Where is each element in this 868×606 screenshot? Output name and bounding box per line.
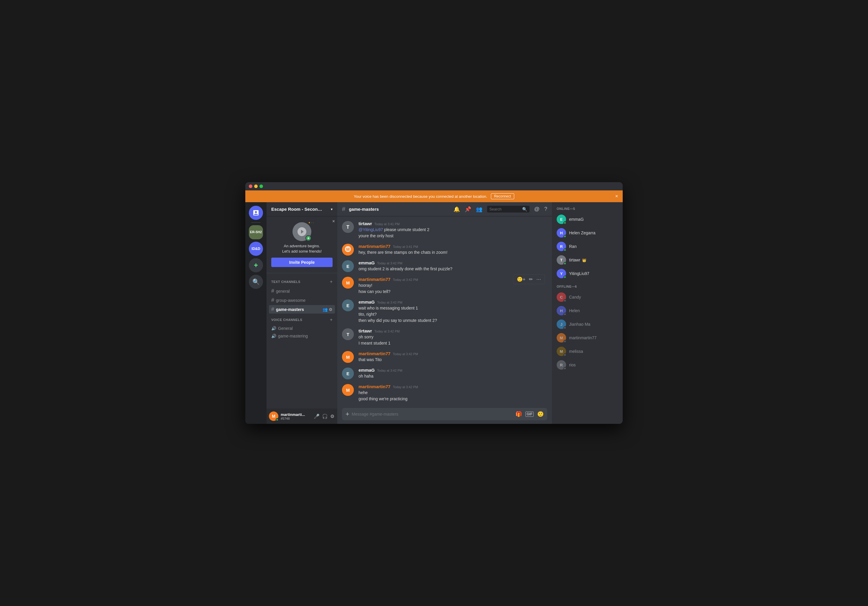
voice-channels-category[interactable]: VOICE CHANNELS + [269,316,335,324]
message-header: tirtawr Today at 3:42 PM [358,329,547,333]
message-header: emmaG Today at 3:42 PM [358,299,547,304]
emoji-button[interactable]: 🙂 [537,411,544,417]
message-text: oh sorry [358,334,547,340]
more-options-button[interactable]: ⋯ [535,276,542,283]
voice-channel-general[interactable]: 🔊 General [269,325,335,332]
voice-icon: 🔊 [271,334,276,338]
message-text: good thing we're practicing [358,396,547,402]
message-group: M martinmartin77 Today at 3:42 PM hehe g… [342,384,547,402]
add-server-button[interactable]: + [249,258,263,272]
member-list: ONLINE—5 E emmaG H Helen Zegarra R [552,202,623,424]
members-list-icon[interactable]: 👥 [476,206,482,212]
pin-icon[interactable]: 📌 [465,206,471,212]
message-input[interactable] [352,409,513,420]
add-text-channel-button[interactable]: + [330,279,333,284]
close-window-button[interactable] [249,184,253,188]
message-content: martinmartin77 Today at 3:41 PM hey, the… [358,244,547,256]
voice-game-mastering-name: game-mastering [278,334,308,338]
message-text: how can you tell? [358,288,547,295]
member-item[interactable]: J Jianhao Ma [554,318,620,331]
add-voice-channel-button[interactable]: + [330,317,333,322]
member-item[interactable]: R Ran [554,240,620,253]
help-icon[interactable]: ? [544,206,547,212]
user-settings-button[interactable]: ⚙ [330,413,335,420]
attach-file-button[interactable]: + [346,408,349,420]
avatar: M [342,384,354,396]
channel-members-icon[interactable]: 👥 [322,307,327,312]
edit-message-button[interactable]: ✏ [528,276,534,283]
window-controls [249,184,263,188]
message-text: omg student 2 is already done with the f… [358,266,547,272]
avatar: E [342,367,354,379]
member-status-indicator [563,367,566,370]
server-icon-idd[interactable]: ID&D [249,242,263,256]
member-avatar: M [556,347,566,356]
message-username: emmaG [358,260,375,265]
message-header: martinmartin77 Today at 3:42 PM [358,351,547,356]
member-name: Ran [569,244,577,249]
member-avatar: J [556,319,566,329]
channel-game-masters[interactable]: # game-masters 👥 ⚙ [269,305,335,314]
deafen-headphones-button[interactable]: 🎧 [321,413,329,420]
message-text: then why did you say to unmute student 2… [358,318,547,324]
voice-channel-game-mastering[interactable]: 🔊 game-mastering [269,332,335,339]
invite-area-close-button[interactable]: × [332,219,335,224]
gift-button[interactable]: 🎁 [515,411,522,417]
member-status-indicator [563,326,566,329]
member-item[interactable]: M martinmartin77 [554,331,620,344]
mute-microphone-button[interactable]: 🎤 [313,413,320,420]
voice-general-name: General [278,326,293,331]
notification-bell-icon[interactable]: 🔔 [453,206,460,212]
member-name: Helen [569,308,580,313]
svg-text:T: T [346,332,349,337]
member-item[interactable]: T tirtawr 👑 [554,254,620,267]
member-item[interactable]: H Helen Zegarra [554,226,620,239]
message-header: emmaG Today at 3:42 PM [358,367,547,373]
avatar: E [342,260,354,272]
text-channels-category[interactable]: TEXT CHANNELS + [269,278,335,285]
message-group: M martinmartin77 Today at 3:41 PM hey, t… [342,244,547,256]
message-header: emmaG Today at 3:42 PM [358,260,547,265]
invite-heading: An adventure begins. Let's add some frie… [271,243,333,254]
member-item[interactable]: C Candy [554,291,620,304]
server-icon-er-sh2[interactable]: ER-SH2 [249,225,263,239]
channel-general[interactable]: # general [269,287,335,295]
message-input-area: + 🎁 GIF 🙂 [337,405,552,424]
member-item[interactable]: M melissa [554,345,620,358]
message-username: tirtawr [358,329,372,333]
banner-close-button[interactable]: × [615,194,618,199]
message-time: Today at 3:42 PM [393,352,418,356]
input-actions: 🎁 GIF 🙂 [515,411,544,417]
member-status-indicator [563,222,566,224]
member-item[interactable]: E emmaG [554,213,620,226]
channel-settings-icon[interactable]: ⚙ [329,307,333,312]
avatar: E [342,299,354,311]
voice-channels-label: VOICE CHANNELS [271,318,302,322]
channel-sidebar: Escape Room - Second H... ▾ × + ✦ · · An… [267,202,337,424]
reconnect-button[interactable]: Reconnect [491,193,514,199]
member-item[interactable]: H Helen [554,304,620,317]
member-name: emmaG [569,217,584,222]
server-header[interactable]: Escape Room - Second H... ▾ [267,202,337,216]
channel-group-awesome[interactable]: # group-awesome [269,296,335,304]
gif-button[interactable]: GIF [525,411,534,417]
member-item[interactable]: R rios [554,358,620,371]
explore-servers-button[interactable]: 🔍 [249,275,263,289]
member-item[interactable]: Y YitingLiu97 [554,267,620,280]
member-status-indicator [563,353,566,356]
message-username: emmaG [358,367,375,373]
add-reaction-button[interactable]: 🙂+ [516,276,527,283]
message-header: martinmartin77 Today at 3:42 PM [358,384,547,389]
minimize-window-button[interactable] [254,184,258,188]
channel-hash-icon: # [271,297,274,303]
maximize-window-button[interactable] [259,184,263,188]
message-content: martinmartin77 Today at 3:42 PM hehe goo… [358,384,547,402]
invite-people-button[interactable]: Invite People [271,257,333,267]
home-server-icon[interactable] [249,206,263,220]
member-avatar: T [556,255,566,265]
messages-area: T tirtawr Today at 3:41 PM @YitingLiu97 … [337,216,552,405]
user-status-indicator [276,418,279,421]
inbox-icon[interactable]: @ [534,206,539,212]
voice-disconnected-banner: Your voice has been disconnected because… [245,191,623,202]
message-time: Today at 3:42 PM [377,301,403,304]
